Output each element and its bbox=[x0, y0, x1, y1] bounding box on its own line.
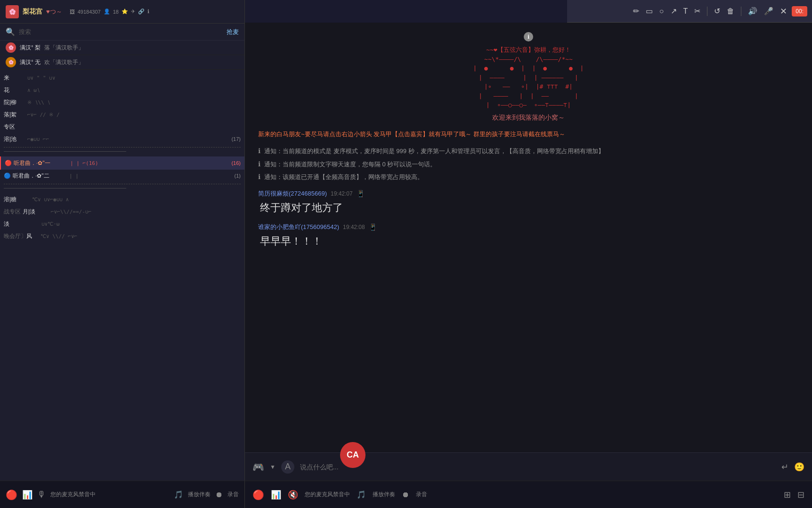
emoji-icon[interactable]: 🙂 bbox=[794, 462, 804, 472]
chat-mic-mute-icon[interactable]: 🔇 bbox=[288, 490, 298, 500]
grid-icon[interactable]: ⊞ bbox=[784, 490, 791, 500]
notice-icon-1: ℹ bbox=[258, 147, 260, 155]
grab-btn[interactable]: 抢麦 bbox=[227, 28, 239, 36]
welcome-art-text: ~~❤【五弦六音】弥耕，您好！ ~~\*————/\ /\————/*~~ | … bbox=[258, 45, 799, 110]
avatar-1: 🌸 bbox=[6, 42, 16, 53]
room-subtitle: ♥つ～ bbox=[46, 8, 62, 16]
channel-icon-2: 🔵 bbox=[4, 172, 11, 179]
welcome-art: ℹ ~~❤【五弦六音】弥耕，您好！ ~~\*————/\ /\————/*~~ … bbox=[258, 32, 799, 122]
chat-bottom-controls: 🔴 📊 🔇 您的麦克风禁音中 🎵 播放伴奏 ⏺ 录音 ⊞ ⊟ bbox=[245, 481, 812, 508]
arrow-icon[interactable]: ↗ bbox=[669, 5, 679, 17]
music-label[interactable]: 播放伴奏 bbox=[188, 491, 211, 499]
top-toolbar: ✏ ▭ ○ ↗ T ✂ ↺ 🗑 🔊 🎤 ✕ 00: bbox=[567, 0, 812, 23]
scissors-icon[interactable]: ✂ bbox=[692, 5, 702, 17]
message-device-2: 📱 bbox=[369, 223, 377, 231]
logo-icon: 🌸 bbox=[6, 5, 19, 18]
notice-text-2: 通知：当前频道限制文字聊天速度，您每隔 0 秒可以说一句话。 bbox=[264, 160, 436, 169]
notice-1: ℹ 通知：当前频道的模式是 麦序模式，麦序时间是 999 秒，麦序第一人和管理员… bbox=[258, 147, 799, 156]
text-icon[interactable]: T bbox=[682, 5, 690, 17]
user-count: 18 bbox=[113, 9, 119, 15]
chat-input-area: 🎮 ▼ A ↵ 🙂 bbox=[245, 452, 812, 481]
header-stats: 🖼 49184307 👤 18 ⭐ ✈ 🔗 ℹ bbox=[70, 8, 149, 15]
chat-mic-icon[interactable]: 🔴 bbox=[252, 489, 264, 500]
search-input[interactable]: 搜索 bbox=[19, 28, 223, 36]
chat-input[interactable] bbox=[300, 463, 776, 471]
chat-record-label[interactable]: 录音 bbox=[416, 491, 427, 499]
channel-item-花[interactable]: 花 ∧ ω∖ bbox=[0, 84, 244, 96]
undo-icon[interactable]: ↺ bbox=[712, 5, 722, 17]
mic-mute-icon[interactable]: 🔴 bbox=[6, 489, 17, 500]
layout-icon[interactable]: ⊟ bbox=[797, 490, 804, 500]
circle-icon[interactable]: ○ bbox=[658, 5, 666, 17]
mic-status-text: 您的麦克风禁音中 bbox=[50, 491, 169, 499]
chat-music-icon[interactable]: 🎵 bbox=[357, 490, 366, 499]
user-name-2: 满汉° 无 bbox=[20, 58, 41, 66]
mic-icon-toolbar[interactable]: 🎤 bbox=[762, 5, 775, 17]
volume-icon[interactable]: 🔊 bbox=[746, 5, 759, 17]
ca-badge[interactable]: CA bbox=[340, 442, 365, 468]
message-header-1: 简历很麻烦(2724685669) 19:42:07 📱 bbox=[258, 189, 799, 198]
channel-item-战专区[interactable]: 战专区 月|淡 ⌐∨⌐\\//==/-∪⌐ bbox=[0, 205, 244, 218]
channel-item-溶糖[interactable]: 溶|糖 ℃∨ ∪∨⌐◉∪∪ ∧ bbox=[0, 193, 244, 205]
channel-item-溶池[interactable]: 溶|池 ⌐◉∪∪ ⌐⌐ (17) bbox=[0, 133, 244, 145]
channel-item-专区[interactable]: 专区 bbox=[0, 121, 244, 133]
search-bar: 🔍 搜索 抢麦 bbox=[0, 24, 244, 41]
user-name-1: 满汉° 梨 bbox=[20, 44, 41, 52]
dropdown-icon[interactable]: ▼ bbox=[270, 464, 276, 470]
chat-message-2: 谁家的小肥鱼吖(1756096542) 19:42:08 📱 早早早！！！ bbox=[258, 223, 799, 249]
message-content-1: 终于蹲对了地方了 bbox=[258, 201, 799, 215]
pencil-icon[interactable]: ✏ bbox=[631, 5, 641, 17]
chat-message-1: 简历很麻烦(2724685669) 19:42:07 📱 终于蹲对了地方了 bbox=[258, 189, 799, 215]
notice-text-1: 通知：当前频道的模式是 麦序模式，麦序时间是 999 秒，麦序第一人和管理员可以… bbox=[264, 147, 604, 156]
eq-icon[interactable]: 📊 bbox=[22, 490, 32, 500]
send-icon[interactable]: ↵ bbox=[781, 462, 788, 472]
notice-icon-3: ℹ bbox=[258, 173, 260, 180]
channel-item-晚会厅[interactable]: 晚会厅〕 风 ℃∨ \\// ⌐∨⌐ bbox=[0, 230, 244, 242]
channel-item-听君曲一[interactable]: 🔴 听君曲．·✿"一 | | ⌐(16) (16) bbox=[0, 156, 244, 170]
toolbar-divider2 bbox=[741, 7, 741, 16]
notice-icon-2: ℹ bbox=[258, 160, 260, 168]
room-id: 49184307 bbox=[78, 9, 101, 15]
close-icon[interactable]: ✕ bbox=[778, 4, 789, 18]
trash-icon[interactable]: 🗑 bbox=[725, 5, 736, 17]
chat-eq-icon[interactable]: 📊 bbox=[271, 490, 281, 500]
welcome-icon: ℹ bbox=[524, 32, 533, 41]
square-icon[interactable]: ▭ bbox=[644, 5, 655, 17]
record-label[interactable]: 录音 bbox=[227, 491, 239, 499]
notice-3: ℹ 通知：该频道已开通【全频高音质】，网络带宽占用较高。 bbox=[258, 172, 799, 182]
message-author-2: 谁家的小肥鱼吖(1756096542) bbox=[258, 223, 339, 231]
section-sep2: —————————————————————————— bbox=[4, 184, 241, 191]
message-header-2: 谁家的小肥鱼吖(1756096542) 19:42:08 📱 bbox=[258, 223, 799, 231]
chat-record-icon[interactable]: ⏺ bbox=[402, 491, 409, 499]
timer-badge: 00: bbox=[792, 6, 807, 16]
welcome-text: 欢迎来到我落落的小窝～ bbox=[258, 114, 799, 122]
user-row-2: 🌸 满汉° 无 欢「满汉歌手」 bbox=[0, 55, 244, 70]
music-icon[interactable]: 🎵 bbox=[174, 490, 183, 499]
record-icon[interactable]: ⏺ bbox=[215, 491, 223, 499]
chat-mic-text: 您的麦克风禁音中 bbox=[305, 491, 350, 499]
section-sep: —————————————————————————— bbox=[4, 147, 241, 155]
notice-text-3: 通知：该频道已开通【全频高音质】，网络带宽占用较高。 bbox=[264, 172, 423, 182]
channel-item-听君曲二[interactable]: 🔵 听君曲．·✿"二 | | (1) bbox=[0, 170, 244, 182]
message-time-1: 19:42:07 bbox=[331, 190, 353, 197]
notice-link[interactable]: 新来的白马朋友~要尽马请点击右边小箭头 发马甲【点击嘉宾】就有马甲了哦～ 群里的… bbox=[258, 130, 799, 139]
message-time-2: 19:42:08 bbox=[343, 224, 365, 230]
active-channel-icon: 🔴 bbox=[5, 160, 12, 166]
channel-item-柳[interactable]: 院|柳 ※ ∖\\ ∖ bbox=[0, 96, 244, 108]
chat-messages: ℹ ~~❤【五弦六音】弥耕，您好！ ~~\*————/\ /\————/*~~ … bbox=[245, 23, 812, 452]
message-device-1: 📱 bbox=[357, 190, 365, 197]
avatar-2: 🌸 bbox=[6, 57, 16, 67]
channel-list: 来 ∪∨ " " ∪∨ 花 ∧ ω∖ 院|柳 ※ ∖\\ ∖ 落|絮 ⌐∨⌐ /… bbox=[0, 70, 244, 481]
channel-item-淡[interactable]: 淡 ∪∨℃·ω bbox=[0, 218, 244, 230]
toolbar-divider bbox=[707, 7, 707, 16]
channel-item-来[interactable]: 来 ∪∨ " " ∪∨ bbox=[0, 72, 244, 84]
channel-item-絮[interactable]: 落|絮 ⌐∨⌐ // ※ / bbox=[0, 108, 244, 121]
user-row-1: 🌸 满汉° 梨 落「满汉歌手」 bbox=[0, 41, 244, 55]
user-status-2: 欢「满汉歌手」 bbox=[44, 58, 84, 66]
translate-icon[interactable]: A bbox=[281, 460, 294, 474]
chat-music-label[interactable]: 播放伴奏 bbox=[373, 491, 395, 499]
gamepad-icon[interactable]: 🎮 bbox=[252, 461, 264, 473]
message-content-2: 早早早！！！ bbox=[258, 234, 799, 249]
user-status-1: 落「满汉歌手」 bbox=[44, 44, 84, 52]
mic-off-icon[interactable]: 🎙 bbox=[37, 490, 46, 500]
